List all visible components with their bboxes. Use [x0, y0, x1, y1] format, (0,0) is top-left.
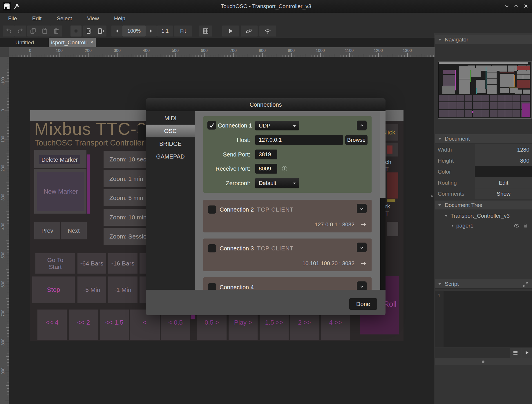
zoom-out-button[interactable]	[111, 26, 122, 37]
script-run-button[interactable]	[521, 348, 532, 358]
script-menu-button[interactable]	[510, 348, 521, 358]
connection1-collapse-button[interactable]	[357, 121, 367, 130]
paste-button[interactable]	[39, 26, 50, 37]
navigator-title: Navigator	[445, 37, 468, 43]
line-number-gutter: 1	[435, 291, 444, 347]
ruler-v-label: -100	[1, 75, 5, 87]
connection3-checkbox[interactable]	[208, 244, 216, 252]
copy-button[interactable]	[27, 26, 39, 37]
tab-untitled[interactable]: Untitled	[6, 38, 44, 47]
document-tree-title: Document Tree	[445, 202, 482, 208]
browse-button[interactable]: Browse	[345, 135, 368, 145]
zeroconf-select[interactable]: Default	[255, 178, 299, 188]
navigator-header[interactable]: Navigator	[435, 35, 532, 44]
link-button[interactable]	[241, 26, 258, 37]
dialog-tab-gamepad[interactable]: GAMEPAD	[146, 150, 195, 163]
undo-button[interactable]	[3, 26, 15, 37]
add-control-button[interactable]	[70, 26, 82, 37]
transport-button[interactable]: << 4	[37, 310, 67, 340]
expand-triangle-icon[interactable]	[445, 215, 448, 217]
minimize-button[interactable]	[502, 2, 511, 10]
dialog-tab-midi[interactable]: MIDI	[146, 112, 195, 125]
navigator-thumbnail[interactable]	[438, 61, 531, 119]
ruler-v-label: 700	[1, 307, 5, 319]
host-input[interactable]: 127.0.0.1	[255, 135, 343, 145]
connection1-protocol-select[interactable]: UDP	[255, 121, 299, 130]
thumb-box	[457, 95, 464, 101]
transport-button[interactable]: Go To Start	[35, 253, 75, 274]
done-button[interactable]: Done	[349, 298, 377, 310]
menu-help[interactable]: Help	[114, 15, 125, 22]
dialog-tab-bridge[interactable]: BRIDGE	[146, 137, 195, 150]
connection3-expand-button[interactable]	[357, 243, 367, 252]
send-port-input[interactable]: 3819	[255, 150, 277, 159]
tree-pager-row[interactable]: pager1	[435, 221, 532, 231]
zoom-level[interactable]: 100%	[122, 26, 146, 37]
collapsed-triangle-icon[interactable]	[452, 224, 453, 227]
transport-button[interactable]: -5 Min	[77, 276, 106, 303]
redo-button[interactable]	[15, 26, 26, 37]
transport-button[interactable]: -16 Bars	[108, 253, 137, 274]
menu-select[interactable]: Select	[57, 15, 72, 22]
transport-button[interactable]: Stop	[32, 276, 75, 303]
tree-root-row[interactable]: Transport_Controller_v3	[435, 211, 532, 221]
connection4-expand-button[interactable]	[357, 281, 367, 290]
transport-button-label: -1 Min	[114, 286, 131, 293]
ungroup-button[interactable]	[95, 26, 106, 37]
zoom-fit-button[interactable]: Fit	[174, 26, 192, 37]
receive-port-input[interactable]: 8009	[255, 164, 277, 174]
scrollbar-thumb[interactable]	[380, 111, 386, 198]
next-marker-button[interactable]: Next	[61, 222, 87, 239]
transport-button[interactable]: -64 Bars	[77, 253, 106, 274]
connection3-panel: Connection 3 TCP CLIENT 10.101.100.20 : …	[203, 239, 372, 271]
wifi-button[interactable]	[259, 26, 276, 37]
menu-edit[interactable]: Edit	[32, 15, 42, 22]
maximize-button[interactable]	[512, 2, 520, 10]
play-button[interactable]	[222, 26, 239, 37]
close-button[interactable]	[522, 2, 530, 10]
document-tree-header[interactable]: Document Tree	[435, 201, 532, 210]
dialog-scrollbar[interactable]	[380, 111, 386, 290]
tab-close-icon[interactable]: ×	[90, 39, 93, 46]
zoom-actual-button[interactable]: 1:1	[157, 26, 173, 37]
arrow-right-icon[interactable]	[360, 221, 367, 228]
grid-button[interactable]	[199, 26, 212, 37]
info-icon[interactable]	[281, 165, 288, 172]
transport-button[interactable]: << 2	[69, 310, 98, 340]
menu-file[interactable]: File	[8, 15, 17, 22]
connection2-expand-button[interactable]	[357, 204, 367, 213]
document-header[interactable]: Document	[435, 134, 532, 143]
transport-button[interactable]: -1 Min	[108, 276, 137, 303]
expand-panel-icon[interactable]	[523, 282, 528, 287]
tree-root-label: Transport_Controller_v3	[450, 213, 510, 219]
transport-button[interactable]: << 1.5	[100, 310, 129, 340]
panel-resize-strip[interactable]	[435, 358, 532, 365]
connection1-checkbox[interactable]	[207, 121, 216, 130]
group-button[interactable]	[83, 26, 95, 37]
zoom-in-button[interactable]	[146, 26, 157, 37]
connection4-checkbox[interactable]	[208, 283, 216, 290]
thumb-box	[486, 67, 486, 89]
dialog-tab-osc[interactable]: OSC	[146, 125, 195, 137]
prev-marker-button[interactable]: Prev	[34, 222, 60, 239]
script-header[interactable]: Script	[435, 279, 532, 289]
visibility-eye-icon[interactable]	[514, 223, 520, 228]
thumb-box	[500, 74, 514, 87]
script-editor[interactable]: 1	[435, 291, 532, 347]
property-value[interactable]: Show	[475, 188, 532, 199]
transport-button-label: Play >	[234, 319, 252, 326]
menu-view[interactable]: View	[87, 15, 99, 22]
delete-marker-button[interactable]: Delete Marker	[39, 155, 80, 164]
property-value[interactable]	[475, 166, 532, 177]
new-marker-button[interactable]: New Marker	[37, 172, 84, 211]
delete-button[interactable]	[50, 26, 62, 37]
ruler-h-label: 1100	[343, 48, 355, 53]
lock-icon[interactable]	[524, 223, 528, 228]
thumb-box	[490, 102, 497, 109]
splitter-handle[interactable]	[431, 195, 433, 197]
arrow-right-icon[interactable]	[360, 260, 367, 267]
ruler-h-label: 600	[198, 48, 210, 53]
property-value[interactable]: Edit	[475, 177, 532, 188]
connection2-checkbox[interactable]	[208, 205, 216, 214]
tab-transport-controller[interactable]: isport_Controlle ×	[49, 38, 96, 47]
